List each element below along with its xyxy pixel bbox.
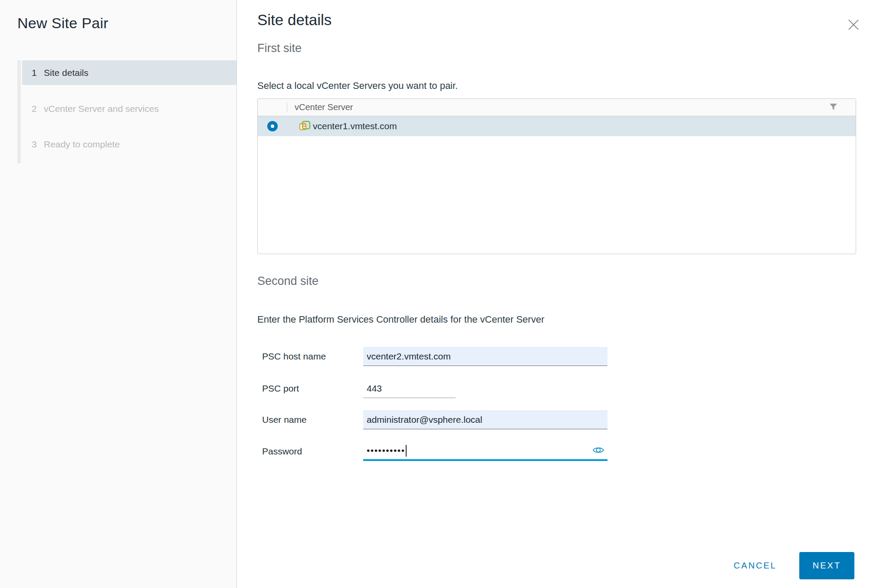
user-name-row: User name	[262, 410, 607, 429]
steps-track	[17, 60, 21, 163]
vcenter-name: vcenter1.vmtest.com	[313, 121, 397, 131]
page-title: Site details	[257, 11, 332, 29]
first-site-heading: First site	[257, 42, 302, 55]
user-name-label: User name	[262, 415, 363, 425]
first-site-instruction: Select a local vCenter Servers you want …	[257, 80, 458, 91]
step-number: 2	[32, 104, 44, 114]
psc-port-input[interactable]	[363, 379, 456, 398]
step-ready-to-complete[interactable]: 3 Ready to complete	[22, 134, 236, 155]
psc-host-name-input[interactable]	[363, 347, 607, 366]
wizard-sidebar: New Site Pair 1 Site details 2 vCenter S…	[0, 0, 237, 588]
table-row-vcenter1[interactable]: vcenter1.vmtest.com	[258, 116, 856, 136]
wizard-content: Site details First site Select a local v…	[237, 0, 870, 588]
show-password-button[interactable]	[592, 446, 605, 455]
second-site-heading: Second site	[257, 274, 318, 288]
step-label: vCenter Server and services	[44, 104, 159, 114]
vcenter-server-table: vCenter Server vcenter1.vmtest.com	[257, 98, 856, 254]
funnel-icon	[829, 103, 837, 111]
step-vcenter-server-and-services[interactable]: 2 vCenter Server and services	[22, 98, 236, 120]
user-name-input[interactable]	[363, 410, 607, 429]
step-number: 1	[32, 68, 44, 78]
column-header-vcenter-server: vCenter Server	[295, 102, 353, 112]
password-row: Password ••••••••••	[262, 442, 607, 461]
close-icon	[847, 19, 860, 31]
radio-selected-icon[interactable]	[267, 121, 278, 131]
password-masked-value: ••••••••••	[367, 445, 405, 456]
vcenter-server-icon	[299, 121, 311, 132]
text-cursor	[406, 445, 407, 457]
password-input[interactable]: ••••••••••	[363, 442, 607, 461]
psc-port-label: PSC port	[262, 383, 363, 394]
step-number: 3	[32, 139, 44, 150]
second-site-instruction: Enter the Platform Services Controller d…	[257, 314, 545, 325]
close-button[interactable]	[847, 18, 860, 32]
password-label: Password	[262, 446, 363, 457]
step-label: Site details	[44, 68, 89, 78]
wizard-footer: CANCEL NEXT	[731, 552, 854, 579]
next-button[interactable]: NEXT	[799, 552, 854, 579]
psc-host-name-row: PSC host name	[262, 347, 607, 366]
cancel-button[interactable]: CANCEL	[731, 561, 779, 571]
psc-host-name-label: PSC host name	[262, 351, 363, 362]
table-header: vCenter Server	[258, 99, 856, 116]
psc-port-row: PSC port	[262, 379, 456, 398]
filter-button[interactable]	[829, 103, 837, 112]
step-site-details[interactable]: 1 Site details	[22, 60, 236, 85]
eye-icon	[592, 446, 604, 454]
column-divider	[287, 103, 287, 112]
step-label: Ready to complete	[44, 139, 120, 150]
wizard-title: New Site Pair	[17, 15, 108, 32]
